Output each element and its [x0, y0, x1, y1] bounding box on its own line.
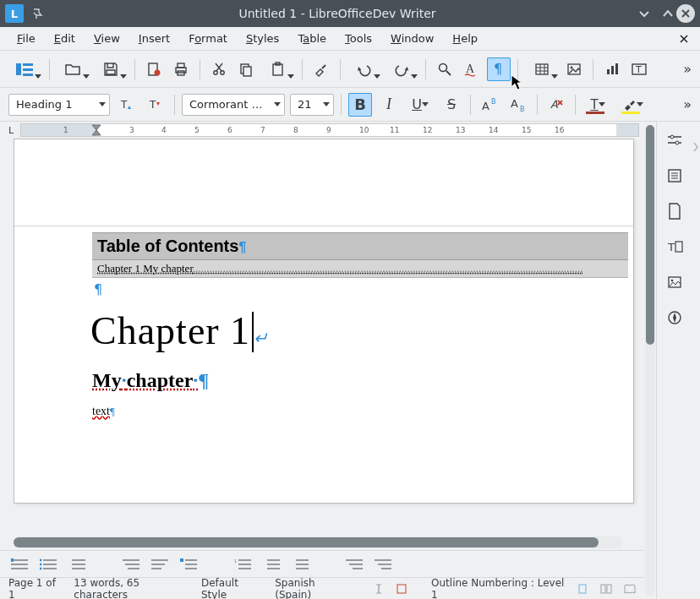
highlight-color-button[interactable] — [618, 93, 648, 117]
insert-textbox-button[interactable]: T — [627, 57, 651, 81]
table-of-contents[interactable]: Table of Contents¶ Chapter 1 My chapter.… — [92, 232, 628, 278]
menu-tools[interactable]: Tools — [336, 29, 380, 48]
undo-button[interactable] — [347, 57, 381, 81]
formatting-marks-button[interactable]: ¶ — [487, 57, 511, 81]
svg-rect-56 — [180, 558, 183, 562]
sidebar-settings-button[interactable] — [663, 128, 686, 152]
cut-button[interactable] — [207, 57, 231, 81]
copy-button[interactable] — [234, 57, 258, 81]
list-style-6-button[interactable] — [179, 557, 198, 572]
list-style-4-button[interactable] — [122, 557, 140, 572]
menu-edit[interactable]: Edit — [46, 29, 84, 48]
spellcheck-button[interactable]: A — [460, 57, 484, 81]
list-style-11-button[interactable] — [374, 557, 392, 572]
maximize-button[interactable] — [659, 5, 676, 22]
status-page[interactable]: Page 1 of 1 — [8, 577, 62, 600]
strikethrough-button[interactable]: S — [440, 93, 463, 117]
sidebar-page-button[interactable] — [663, 199, 686, 223]
list-style-5-button[interactable] — [150, 557, 169, 572]
insert-mode-icon[interactable] — [374, 583, 385, 595]
view-single-icon[interactable] — [577, 583, 588, 595]
scrollbar-thumb[interactable] — [14, 537, 599, 547]
chevron-down-icon — [99, 102, 106, 106]
font-size-combo[interactable]: 21 — [290, 94, 334, 116]
chevron-down-icon — [422, 102, 429, 106]
print-button[interactable] — [169, 57, 193, 81]
svg-text:A: A — [550, 98, 558, 111]
underline-button[interactable]: U — [406, 93, 435, 117]
close-document-button[interactable] — [676, 31, 692, 46]
pin-icon[interactable] — [30, 6, 46, 21]
list-style-7-button[interactable]: 1 — [233, 557, 252, 572]
heading-1[interactable]: Chapter 1↵ — [90, 308, 269, 353]
app-icon: L — [5, 4, 24, 23]
paragraph-style-combo[interactable]: Heading 1 — [8, 94, 110, 116]
view-multi-icon[interactable] — [600, 583, 612, 595]
find-button[interactable] — [433, 57, 457, 81]
export-pdf-button[interactable] — [142, 57, 166, 81]
page[interactable]: Table of Contents¶ Chapter 1 My chapter.… — [14, 139, 634, 504]
formatbar-overflow-button[interactable]: » — [683, 96, 692, 112]
separator — [174, 95, 175, 115]
list-style-3-button[interactable] — [68, 557, 86, 572]
list-style-1-button[interactable] — [10, 557, 29, 572]
menu-table[interactable]: Table — [289, 29, 335, 48]
titlebar: L Untitled 1 - LibreOfficeDev Writer — [0, 0, 700, 27]
save-button[interactable] — [94, 57, 128, 81]
sidebar-navigator-button[interactable] — [663, 306, 686, 329]
document-viewport[interactable]: Table of Contents¶ Chapter 1 My chapter.… — [0, 139, 644, 535]
paste-button[interactable] — [261, 57, 295, 81]
insert-table-button[interactable] — [525, 57, 559, 81]
close-button[interactable] — [676, 4, 695, 23]
menu-file[interactable]: File — [8, 29, 44, 48]
toc-entry[interactable]: Chapter 1 My chapter....................… — [92, 260, 628, 278]
superscript-button[interactable]: AB — [478, 93, 501, 117]
list-style-9-button[interactable] — [291, 557, 309, 572]
sidebar-styles-button[interactable]: T — [663, 235, 686, 259]
font-color-button[interactable]: T — [582, 93, 613, 117]
status-language[interactable]: Spanish (Spain) — [275, 577, 350, 600]
new-style-button[interactable]: T — [144, 93, 167, 117]
italic-button[interactable]: I — [377, 93, 401, 117]
menu-insert[interactable]: Insert — [130, 29, 178, 48]
font-name-combo[interactable]: Cormorant Garamond — [182, 94, 285, 116]
heading-2[interactable]: My·chapter·¶ — [92, 369, 209, 392]
clone-formatting-button[interactable] — [309, 57, 333, 81]
redo-button[interactable] — [385, 57, 418, 81]
clear-formatting-button[interactable]: A — [544, 93, 568, 117]
status-style[interactable]: Default Style — [201, 577, 263, 600]
view-book-icon[interactable] — [624, 583, 636, 595]
sidebar-collapse-handle[interactable] — [692, 122, 700, 599]
list-style-2-button[interactable] — [39, 557, 57, 572]
scrollbar-thumb[interactable] — [646, 125, 654, 345]
signature-icon[interactable] — [396, 583, 407, 595]
bold-button[interactable]: B — [348, 93, 372, 117]
window-title: Untitled 1 - LibreOfficeDev Writer — [46, 7, 629, 20]
menu-window[interactable]: Window — [382, 29, 442, 48]
insert-chart-button[interactable] — [600, 57, 624, 81]
menu-format[interactable]: Format — [180, 29, 236, 48]
status-outline[interactable]: Outline Numbering : Level 1 — [431, 577, 566, 600]
menu-view[interactable]: View — [85, 29, 129, 48]
insert-image-button[interactable] — [562, 57, 586, 81]
horizontal-scrollbar[interactable] — [14, 536, 623, 548]
chevron-down-icon — [35, 74, 41, 79]
menu-help[interactable]: Help — [444, 29, 486, 48]
sidebar-gallery-button[interactable] — [663, 270, 686, 294]
sidebar-properties-button[interactable] — [663, 164, 686, 188]
list-style-8-button[interactable] — [262, 557, 281, 572]
body-paragraph[interactable]: text¶ — [92, 405, 115, 418]
font-name-value: Cormorant Garamond — [189, 98, 271, 111]
vertical-scrollbar[interactable] — [644, 122, 656, 599]
status-wordcount[interactable]: 13 words, 65 characters — [74, 577, 189, 600]
menu-styles[interactable]: Styles — [238, 29, 287, 48]
subscript-button[interactable]: AB — [506, 93, 530, 117]
minimize-button[interactable] — [636, 5, 653, 22]
open-button[interactable] — [57, 57, 90, 81]
toolbar-overflow-button[interactable]: » — [683, 61, 692, 77]
update-style-button[interactable]: T — [115, 93, 139, 117]
sidebar-toggle-button[interactable] — [8, 57, 42, 81]
indent-marker-icon[interactable] — [91, 129, 101, 136]
list-style-10-button[interactable] — [345, 557, 364, 572]
horizontal-ruler[interactable]: 1 3 4 5 6 7 8 9 10 11 12 13 14 15 16 — [20, 123, 639, 137]
